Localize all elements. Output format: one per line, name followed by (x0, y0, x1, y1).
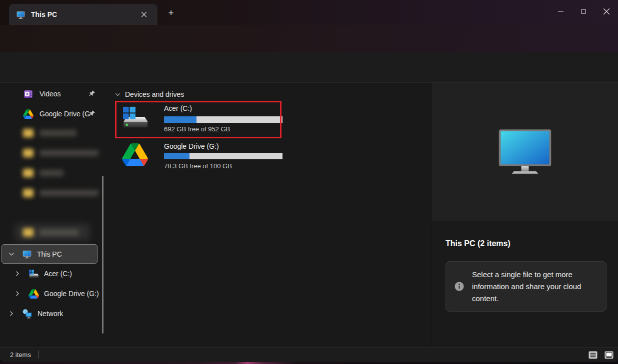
folder-icon (23, 228, 34, 237)
sidebar-item-redacted[interactable] (2, 143, 100, 162)
drive-usage-fill (164, 153, 190, 159)
details-title: This PC (2 items) (446, 239, 510, 248)
details-info-box: Select a single file to get more informa… (446, 261, 606, 312)
redacted-label (40, 190, 98, 196)
command-bar: New So (0, 52, 618, 83)
screen: This PC + (0, 0, 618, 364)
drive-item-acer-c[interactable]: Acer (C:) 692 GB free of 952 GB (118, 103, 278, 138)
navigation-bar: This PC (0, 25, 618, 52)
folder-icon (23, 169, 34, 177)
drive-usage-bar (164, 153, 282, 159)
windows-drive-icon (122, 105, 148, 129)
google-drive-icon (28, 289, 39, 299)
chevron-right-icon[interactable] (14, 291, 20, 297)
window-controls (549, 0, 618, 22)
sidebar-item-this-pc[interactable]: This PC (2, 244, 98, 264)
details-pane: This PC (2 items) Select a single file t… (431, 83, 618, 347)
maximize-button[interactable] (572, 0, 595, 22)
new-tab-button[interactable]: + (164, 6, 178, 19)
pin-icon (88, 90, 96, 99)
sidebar-item-google-drive-pinned[interactable]: Google Drive (G (2, 104, 100, 123)
folder-icon (23, 149, 34, 157)
title-bar: This PC + (0, 0, 618, 25)
videos-icon (23, 89, 34, 99)
network-icon (22, 309, 32, 319)
group-header-label: Devices and drives (125, 90, 184, 98)
sidebar-item-label: Videos (40, 90, 61, 98)
google-drive-icon (122, 143, 148, 166)
close-icon (603, 8, 610, 15)
maximize-icon (581, 9, 586, 14)
sidebar-item-label: Google Drive (G (40, 110, 90, 118)
redacted-label (40, 170, 64, 176)
list-view-icon (588, 351, 598, 359)
sidebar-item-label: Google Drive (G:) (44, 290, 99, 298)
details-view-toggle[interactable] (588, 351, 598, 360)
sidebar-item-label: This PC (37, 250, 62, 258)
this-pc-monitor-large-icon (497, 128, 553, 221)
sidebar-item-redacted[interactable] (2, 163, 100, 182)
drive-usage-bar (164, 116, 282, 123)
close-button[interactable] (595, 0, 618, 22)
thumbnail-view-icon (604, 351, 614, 359)
sidebar-item-redacted[interactable] (2, 123, 100, 142)
tab-this-pc[interactable]: This PC (9, 4, 158, 25)
folder-icon (23, 129, 34, 137)
redacted-label (40, 150, 98, 156)
chevron-right-icon[interactable] (8, 311, 14, 317)
files-area: Devices and drives Acer (C:) 692 GB free… (108, 83, 431, 347)
redacted-label (40, 229, 78, 236)
tab-close-icon[interactable] (138, 8, 150, 21)
windows-drive-icon (28, 269, 39, 279)
sidebar-item-google-drive[interactable]: Google Drive (G:) (2, 284, 100, 303)
minimize-icon (558, 11, 564, 11)
sidebar-item-label: Acer (C:) (44, 270, 72, 278)
chevron-down-icon[interactable] (8, 251, 14, 257)
drive-name: Acer (C:) (164, 104, 192, 112)
status-bar: 2 items (0, 347, 618, 362)
drive-item-google-drive-g[interactable]: Google Drive (G:) 78.3 GB free of 100 GB (118, 139, 278, 174)
drive-usage-fill (164, 116, 196, 123)
redacted-label (40, 130, 76, 136)
drive-name: Google Drive (G:) (164, 142, 219, 150)
sidebar-item-videos[interactable]: Videos (2, 84, 100, 103)
status-divider (38, 351, 39, 359)
desktop-edge (0, 362, 618, 364)
details-info-text: Select a single file to get more informa… (472, 269, 598, 305)
info-icon (454, 281, 464, 292)
navigation-pane: Videos Google Drive (G (0, 83, 108, 347)
sidebar-item-network[interactable]: Network (2, 304, 100, 323)
this-pc-monitor-icon (16, 10, 26, 19)
sidebar-item-redacted[interactable] (2, 223, 100, 242)
chevron-down-icon[interactable] (115, 92, 120, 97)
sidebar-scrollbar[interactable] (102, 176, 104, 334)
minimize-button[interactable] (549, 0, 572, 22)
thumbnail-view-toggle[interactable] (604, 351, 614, 360)
sidebar-item-label: Network (38, 310, 63, 318)
pin-icon (88, 110, 96, 119)
tab-title: This PC (31, 10, 57, 18)
sidebar-item-acer-c[interactable]: Acer (C:) (2, 264, 100, 283)
item-count: 2 items (10, 351, 31, 359)
sidebar-item-redacted[interactable] (2, 183, 100, 202)
chevron-right-icon[interactable] (14, 271, 20, 277)
preview-area (432, 83, 618, 221)
this-pc-monitor-icon (22, 249, 32, 259)
group-header-devices-and-drives[interactable]: Devices and drives (115, 89, 184, 99)
drive-free-space: 692 GB free of 952 GB (164, 125, 230, 133)
google-drive-icon (23, 109, 34, 119)
drive-free-space: 78.3 GB free of 100 GB (164, 162, 232, 170)
folder-icon (23, 189, 34, 197)
explorer-body: Videos Google Drive (G (0, 83, 618, 347)
file-explorer-window: This PC + (0, 0, 618, 362)
